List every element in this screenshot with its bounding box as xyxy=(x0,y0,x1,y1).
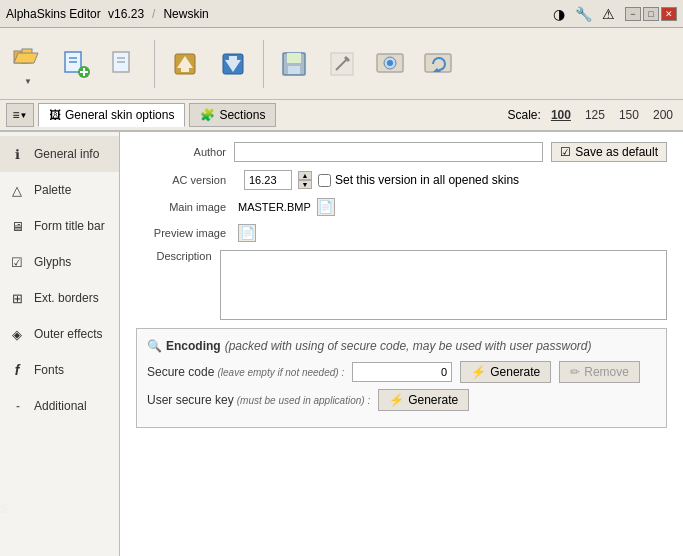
set-version-label[interactable]: Set this version in all opened skins xyxy=(318,173,519,187)
toolbar-move-down-button[interactable] xyxy=(211,35,255,93)
tab-sections-icon: 🧩 xyxy=(200,108,215,122)
sidebar-glyphs-label: Glyphs xyxy=(34,255,71,269)
user-key-generate-icon: ⚡ xyxy=(389,393,404,407)
sidebar-form-title-bar-label: Form title bar xyxy=(34,219,105,233)
sidebar-outer-effects-label: Outer effects xyxy=(34,327,102,341)
ac-version-spinner: ▲ ▼ xyxy=(298,171,312,189)
main-image-label: Main image xyxy=(136,201,226,213)
minimize-button[interactable]: − xyxy=(625,7,641,21)
tab-general[interactable]: 🖼 General skin options xyxy=(38,103,185,127)
description-label: Description xyxy=(136,250,212,262)
set-version-checkbox[interactable] xyxy=(318,174,331,187)
sidebar-item-ext-borders[interactable]: ⊞ Ext. borders xyxy=(0,280,119,316)
tab-sections-label: Sections xyxy=(219,108,265,122)
sidebar-additional-label: Additional xyxy=(34,399,87,413)
scale-200[interactable]: 200 xyxy=(649,107,677,123)
scale-100[interactable]: 100 xyxy=(547,107,575,123)
user-key-generate-button[interactable]: ⚡ Generate xyxy=(378,389,469,411)
scale-125[interactable]: 125 xyxy=(581,107,609,123)
sidebar-ext-borders-label: Ext. borders xyxy=(34,291,99,305)
save-default-label: Save as default xyxy=(575,145,658,159)
sidebar-item-form-title-bar[interactable]: 🖥 Form title bar xyxy=(0,208,119,244)
toolbar-save-button[interactable] xyxy=(272,35,316,93)
preview-image-label: Preview image xyxy=(136,227,226,239)
toolbar-preview-button[interactable] xyxy=(368,35,412,93)
close-button[interactable]: ✕ xyxy=(661,7,677,21)
toolbar: ▼ xyxy=(0,28,683,100)
preview-image-row: Preview image 📄 xyxy=(136,224,667,242)
watermark: S xyxy=(0,423,110,546)
preview-icon xyxy=(374,48,406,80)
tab-sections[interactable]: 🧩 Sections xyxy=(189,103,276,127)
author-row: Author ☑ Save as default xyxy=(136,142,667,162)
author-input[interactable] xyxy=(234,142,543,162)
generate-icon: ⚡ xyxy=(471,365,486,379)
svg-rect-16 xyxy=(229,56,237,60)
secure-code-generate-button[interactable]: ⚡ Generate xyxy=(460,361,551,383)
glyphs-icon: ☑ xyxy=(8,253,26,271)
author-label: Author xyxy=(136,146,226,158)
spinner-up[interactable]: ▲ xyxy=(298,171,312,180)
spinner-down[interactable]: ▼ xyxy=(298,180,312,189)
secure-code-input[interactable] xyxy=(352,362,452,382)
description-row: Description xyxy=(136,250,667,320)
settings-icon: ≡ xyxy=(13,108,20,122)
sidebar-item-glyphs[interactable]: ☑ Glyphs xyxy=(0,244,119,280)
encoding-search-icon: 🔍 xyxy=(147,339,162,353)
sidebar-item-general-info[interactable]: ℹ General info xyxy=(0,136,119,172)
user-key-row: User secure key (must be used in applica… xyxy=(147,389,656,411)
svg-marker-2 xyxy=(14,53,38,63)
sidebar: ℹ General info △ Palette 🖥 Form title ba… xyxy=(0,132,120,556)
save-default-checkbox: ☑ xyxy=(560,145,571,159)
tabs-area: ≡ ▼ 🖼 General skin options 🧩 Sections Sc… xyxy=(0,100,683,132)
save-default-button[interactable]: ☑ Save as default xyxy=(551,142,667,162)
outer-effects-icon: ◈ xyxy=(8,325,26,343)
preview-image-browse-button[interactable]: 📄 xyxy=(238,224,256,242)
toolbar-move-up-button[interactable] xyxy=(163,35,207,93)
sidebar-fonts-label: Fonts xyxy=(34,363,64,377)
svg-text:S: S xyxy=(0,502,8,516)
main-layout: ℹ General info △ Palette 🖥 Form title ba… xyxy=(0,132,683,556)
project-name: Newskin xyxy=(163,7,208,21)
sidebar-item-outer-effects[interactable]: ◈ Outer effects xyxy=(0,316,119,352)
sidebar-item-fonts[interactable]: f Fonts xyxy=(0,352,119,388)
svg-rect-14 xyxy=(181,68,189,72)
toolbar-new-button[interactable] xyxy=(54,35,98,93)
sidebar-item-palette[interactable]: △ Palette xyxy=(0,172,119,208)
settings-button[interactable]: ≡ ▼ xyxy=(6,103,34,127)
toolbar-open-button[interactable]: ▼ xyxy=(6,35,50,93)
remove-button[interactable]: ✏ Remove xyxy=(559,361,640,383)
sidebar-item-additional[interactable]: ··· Additional xyxy=(0,388,119,424)
fonts-icon: f xyxy=(8,361,26,379)
encoding-header: 🔍 Encoding (packed with using of secure … xyxy=(147,339,656,353)
browse-icon: 📄 xyxy=(318,200,333,214)
main-image-browse-button[interactable]: 📄 xyxy=(317,198,335,216)
palette-icon: △ xyxy=(8,181,26,199)
move-down-icon xyxy=(217,48,249,80)
maximize-button[interactable]: □ xyxy=(643,7,659,21)
tab-general-icon: 🖼 xyxy=(49,108,61,122)
toolbar-edit-button[interactable] xyxy=(320,35,364,93)
description-textarea[interactable] xyxy=(220,250,667,320)
toolbar-refresh-button[interactable] xyxy=(416,35,460,93)
toolbar-separator-2 xyxy=(263,40,264,88)
edit-icon xyxy=(326,48,358,80)
ac-version-row: AC version ▲ ▼ Set this version in all o… xyxy=(136,170,667,190)
refresh-icon xyxy=(422,48,454,80)
warning-icon: ⚠ xyxy=(602,6,615,22)
main-image-value: MASTER.BMP xyxy=(238,201,311,213)
tab-general-label: General skin options xyxy=(65,108,174,122)
ac-version-input[interactable] xyxy=(244,170,292,190)
preview-browse-icon: 📄 xyxy=(240,226,255,240)
toolbar-delete-button[interactable] xyxy=(102,35,146,93)
scale-150[interactable]: 150 xyxy=(615,107,643,123)
user-key-label: User secure key (must be used in applica… xyxy=(147,393,370,407)
svg-point-26 xyxy=(387,60,393,66)
sidebar-palette-label: Palette xyxy=(34,183,71,197)
additional-icon: ··· xyxy=(8,397,26,415)
title-bar: AlphaSkins Editor v16.23 / Newskin ◑ 🔧 ⚠… xyxy=(0,0,683,28)
content-area: Author ☑ Save as default AC version ▲ ▼ … xyxy=(120,132,683,556)
encoding-section: 🔍 Encoding (packed with using of secure … xyxy=(136,328,667,428)
svg-rect-19 xyxy=(287,53,301,63)
save-icon xyxy=(278,48,310,80)
